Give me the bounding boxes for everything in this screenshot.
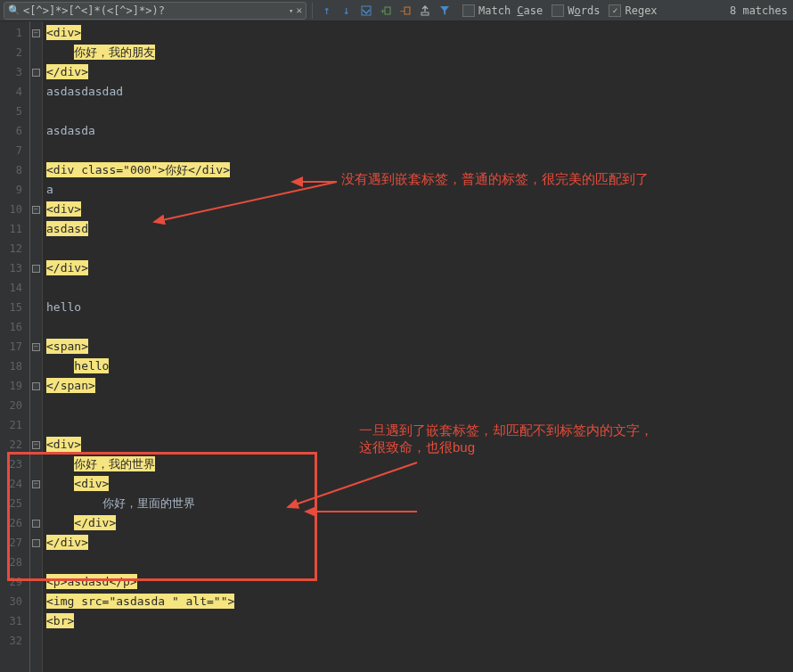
regex-option[interactable]: ✓ Regex <box>609 4 657 17</box>
fold-marker <box>30 592 42 611</box>
code-line[interactable]: <div> <box>43 435 793 455</box>
match-case-option[interactable]: Match Case <box>462 4 543 17</box>
code-editor[interactable]: 1234567891011121314151617181920212223242… <box>0 21 793 672</box>
fold-marker[interactable]: − <box>30 337 42 356</box>
fold-marker <box>30 572 42 592</box>
checkbox-icon <box>552 4 564 17</box>
search-toolbar: 🔍 ▾ ✕ ↑ ↓ + − Match Case Words ✓ Regex 8… <box>0 0 793 21</box>
line-number: 25 <box>0 494 29 513</box>
code-line[interactable]: asdasdasdad <box>43 82 793 102</box>
code-line[interactable]: </div> <box>43 513 793 533</box>
code-line[interactable]: <div class="000">你好</div> <box>43 160 793 180</box>
line-number: 26 <box>0 513 29 533</box>
code-line[interactable]: </div> <box>43 62 793 82</box>
search-highlight: </div> <box>46 64 88 79</box>
fold-marker[interactable]: − <box>30 23 42 43</box>
code-line[interactable] <box>43 141 793 160</box>
line-number: 1 <box>0 23 29 43</box>
code-line[interactable]: </div> <box>43 533 793 553</box>
fold-marker <box>30 631 42 651</box>
prev-match-button[interactable]: ↑ <box>318 2 336 20</box>
search-highlight: hello <box>74 358 109 373</box>
fold-marker[interactable] <box>30 513 42 533</box>
line-number: 13 <box>0 258 29 278</box>
code-line[interactable]: <img src="asdasda " alt=""> <box>43 592 793 611</box>
code-line[interactable]: <div> <box>43 23 793 43</box>
match-case-label: Match Case <box>478 4 543 17</box>
fold-marker <box>30 278 42 298</box>
line-number: 16 <box>0 317 29 337</box>
clear-icon[interactable]: ✕ <box>296 4 302 16</box>
fold-marker <box>30 102 42 121</box>
search-highlight: <span> <box>46 339 88 354</box>
fold-marker[interactable] <box>30 62 42 82</box>
words-option[interactable]: Words <box>552 4 600 17</box>
search-icon: 🔍 <box>8 4 20 16</box>
search-highlight: asdasd <box>46 221 88 236</box>
line-number: 24 <box>0 474 29 494</box>
filter-button[interactable] <box>436 2 454 20</box>
export-button[interactable] <box>416 2 434 20</box>
fold-marker <box>30 494 42 513</box>
code-line[interactable]: a <box>43 180 793 200</box>
history-icon[interactable]: ▾ <box>289 6 293 15</box>
line-number: 28 <box>0 553 29 572</box>
code-line[interactable]: </span> <box>43 376 793 396</box>
search-highlight: 你好，我的朋友 <box>74 45 155 60</box>
fold-marker[interactable] <box>30 258 42 278</box>
code-line[interactable]: hello <box>43 298 793 317</box>
code-line[interactable]: <p>asdasd</p> <box>43 572 793 592</box>
line-number: 23 <box>0 455 29 474</box>
search-highlight: </span> <box>46 378 95 393</box>
code-line[interactable] <box>43 396 793 415</box>
code-line[interactable] <box>43 102 793 121</box>
code-line[interactable] <box>43 553 793 572</box>
code-line[interactable]: <br> <box>43 611 793 631</box>
search-input[interactable] <box>23 4 286 17</box>
fold-marker[interactable]: − <box>30 474 42 494</box>
fold-marker[interactable] <box>30 533 42 553</box>
code-line[interactable] <box>43 415 793 435</box>
regex-label: Regex <box>625 4 657 17</box>
fold-marker <box>30 180 42 200</box>
line-number: 11 <box>0 219 29 239</box>
fold-marker <box>30 43 42 62</box>
code-line[interactable]: 你好，里面的世界 <box>43 494 793 513</box>
code-area[interactable]: 没有遇到嵌套标签，普通的标签，很完美的匹配到了 一旦遇到了嵌套标签，却匹配不到标… <box>43 21 793 672</box>
fold-end-icon <box>32 265 40 273</box>
search-highlight: <div> <box>46 437 81 452</box>
code-line[interactable] <box>43 239 793 258</box>
search-box[interactable]: 🔍 ▾ ✕ <box>4 2 307 20</box>
fold-marker <box>30 121 42 141</box>
fold-marker[interactable] <box>30 376 42 396</box>
select-all-button[interactable] <box>357 2 375 20</box>
remove-selection-button[interactable]: − <box>396 2 414 20</box>
code-line[interactable]: 你好，我的朋友 <box>43 43 793 62</box>
fold-end-icon <box>32 69 40 77</box>
add-selection-button[interactable]: + <box>377 2 395 20</box>
fold-marker[interactable]: − <box>30 200 42 219</box>
code-line[interactable]: hello <box>43 356 793 376</box>
search-highlight: </div> <box>46 260 88 275</box>
search-highlight: 你好，我的世界 <box>74 456 155 471</box>
code-line[interactable] <box>43 317 793 337</box>
code-line[interactable] <box>43 631 793 651</box>
fold-marker <box>30 317 42 337</box>
code-line[interactable]: 你好，我的世界 <box>43 455 793 474</box>
line-number: 21 <box>0 415 29 435</box>
code-line[interactable]: asdasd <box>43 219 793 239</box>
code-line[interactable]: <span> <box>43 337 793 356</box>
next-match-button[interactable]: ↓ <box>338 2 356 20</box>
code-line[interactable] <box>43 278 793 298</box>
line-number-gutter: 1234567891011121314151617181920212223242… <box>0 21 30 672</box>
line-number: 32 <box>0 631 29 651</box>
code-line[interactable]: <div> <box>43 474 793 494</box>
line-number: 17 <box>0 337 29 356</box>
fold-marker[interactable]: − <box>30 435 42 455</box>
code-line[interactable]: asdasda <box>43 121 793 141</box>
fold-collapse-icon: − <box>32 206 40 214</box>
search-highlight: <br> <box>46 613 74 628</box>
code-line[interactable]: </div> <box>43 258 793 278</box>
code-line[interactable]: <div> <box>43 200 793 219</box>
fold-marker <box>30 553 42 572</box>
